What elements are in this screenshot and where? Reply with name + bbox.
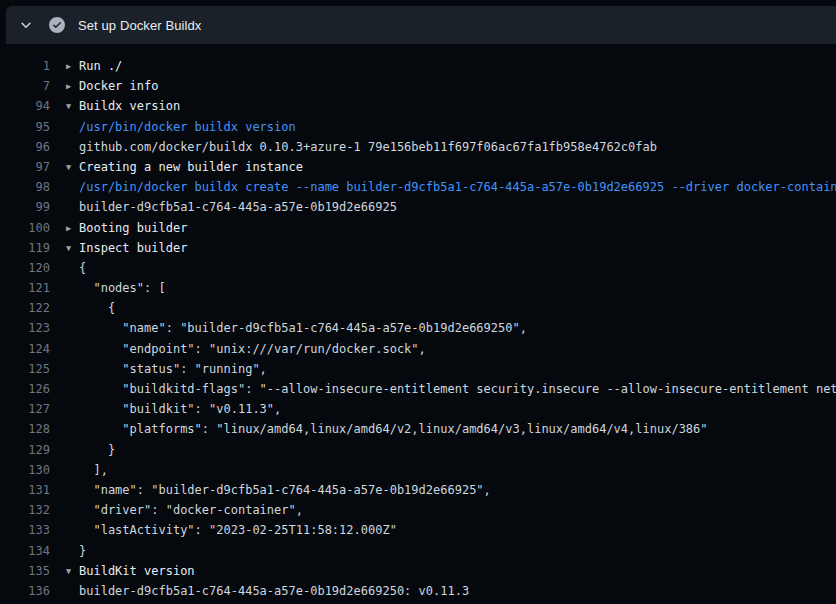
log-line: 98/usr/bin/docker buildx create --name b… [0,177,836,197]
log-line: 133 "lastActivity": "2023-02-25T11:58:12… [0,520,836,540]
log-line: 120{ [0,258,836,278]
log-line: 131 "name": "builder-d9cfb5a1-c764-445a-… [0,480,836,500]
log-line[interactable]: 7▶Docker info [0,76,836,96]
line-text: builder-d9cfb5a1-c764-445a-a57e-0b19d2e6… [79,200,397,214]
log-line: 124 "endpoint": "unix:///var/run/docker.… [0,339,836,359]
log-line: 129 } [0,440,836,460]
line-text: "lastActivity": "2023-02-25T11:58:12.000… [79,523,397,537]
line-text: "buildkitd-flags": "--allow-insecure-ent… [79,382,836,396]
line-number[interactable]: 136 [0,581,50,601]
line-number[interactable]: 131 [0,480,50,500]
line-number[interactable]: 95 [0,117,50,137]
log-line: 121 "nodes": [ [0,278,836,298]
line-number[interactable]: 123 [0,318,50,338]
log-line: 126 "buildkitd-flags": "--allow-insecure… [0,379,836,399]
log-line: 99builder-d9cfb5a1-c764-445a-a57e-0b19d2… [0,197,836,217]
log-line[interactable]: 100▶Booting builder [0,218,836,238]
log-line: 132 "driver": "docker-container", [0,500,836,520]
line-number[interactable]: 98 [0,177,50,197]
line-text: Buildx version [79,99,180,113]
log-line: 127 "buildkit": "v0.11.3", [0,399,836,419]
line-number[interactable]: 1 [0,56,50,76]
step-header[interactable]: Set up Docker Buildx [6,6,836,44]
line-text: Docker info [79,79,158,93]
line-number[interactable]: 135 [0,561,50,581]
line-number[interactable]: 124 [0,339,50,359]
collapse-toggle-icon[interactable]: ▶ [66,56,79,76]
line-number[interactable]: 94 [0,96,50,116]
line-text: "name": "builder-d9cfb5a1-c764-445a-a57e… [79,321,527,335]
log-line: 130 ], [0,460,836,480]
collapse-toggle-icon[interactable]: ▶ [66,218,79,238]
line-number[interactable]: 133 [0,520,50,540]
log-line: 125 "status": "running", [0,359,836,379]
line-number[interactable]: 97 [0,157,50,177]
line-text: "nodes": [ [79,281,166,295]
line-text: Inspect builder [79,241,187,255]
log-line: 128 "platforms": "linux/amd64,linux/amd6… [0,419,836,439]
line-number[interactable]: 96 [0,137,50,157]
line-text: /usr/bin/docker buildx create --name bui… [79,180,836,194]
step-title: Set up Docker Buildx [78,18,201,33]
line-text: "endpoint": "unix:///var/run/docker.sock… [79,342,426,356]
chevron-down-icon[interactable] [18,17,34,33]
line-number[interactable]: 100 [0,218,50,238]
line-text: "name": "builder-d9cfb5a1-c764-445a-a57e… [79,483,491,497]
line-number[interactable]: 121 [0,278,50,298]
line-number[interactable]: 7 [0,76,50,96]
collapse-toggle-icon[interactable]: ▼ [66,157,79,177]
line-text: } [79,443,115,457]
collapse-toggle-icon[interactable]: ▼ [66,238,79,258]
line-text: /usr/bin/docker buildx version [79,120,296,134]
log-view: 1▶Run ./7▶Docker info94▼Buildx version95… [0,44,836,604]
log-line[interactable]: 97▼Creating a new builder instance [0,157,836,177]
log-line: 96github.com/docker/buildx 0.10.3+azure-… [0,137,836,157]
line-number[interactable]: 125 [0,359,50,379]
log-line: 123 "name": "builder-d9cfb5a1-c764-445a-… [0,318,836,338]
line-text: { [79,301,115,315]
line-text: BuildKit version [79,564,195,578]
line-number[interactable]: 134 [0,541,50,561]
log-line: 134} [0,541,836,561]
line-text: Creating a new builder instance [79,160,303,174]
log-line: 122 { [0,298,836,318]
line-number[interactable]: 127 [0,399,50,419]
line-text: Booting builder [79,221,187,235]
log-line: 95/usr/bin/docker buildx version [0,117,836,137]
collapse-toggle-icon[interactable]: ▶ [66,76,79,96]
line-number[interactable]: 129 [0,440,50,460]
log-line[interactable]: 1▶Run ./ [0,56,836,76]
line-text: github.com/docker/buildx 0.10.3+azure-1 … [79,140,657,154]
check-circle-icon [49,17,65,33]
line-number[interactable]: 99 [0,197,50,217]
log-line[interactable]: 94▼Buildx version [0,96,836,116]
log-line: 136builder-d9cfb5a1-c764-445a-a57e-0b19d… [0,581,836,601]
log-line[interactable]: 135▼BuildKit version [0,561,836,581]
line-text: } [79,544,86,558]
collapse-toggle-icon[interactable]: ▼ [66,561,79,581]
line-number[interactable]: 132 [0,500,50,520]
log-lines: 1▶Run ./7▶Docker info94▼Buildx version95… [0,56,836,601]
line-number[interactable]: 122 [0,298,50,318]
line-text: Run ./ [79,59,122,73]
log-line[interactable]: 119▼Inspect builder [0,238,836,258]
line-text: "buildkit": "v0.11.3", [79,402,281,416]
line-number[interactable]: 126 [0,379,50,399]
line-number[interactable]: 120 [0,258,50,278]
line-text: builder-d9cfb5a1-c764-445a-a57e-0b19d2e6… [79,584,469,598]
line-number[interactable]: 119 [0,238,50,258]
line-number[interactable]: 128 [0,419,50,439]
collapse-toggle-icon[interactable]: ▼ [66,96,79,116]
line-text: { [79,261,86,275]
line-text: ], [79,463,108,477]
line-text: "status": "running", [79,362,267,376]
line-text: "driver": "docker-container", [79,503,303,517]
line-text: "platforms": "linux/amd64,linux/amd64/v2… [79,422,708,436]
line-number[interactable]: 130 [0,460,50,480]
